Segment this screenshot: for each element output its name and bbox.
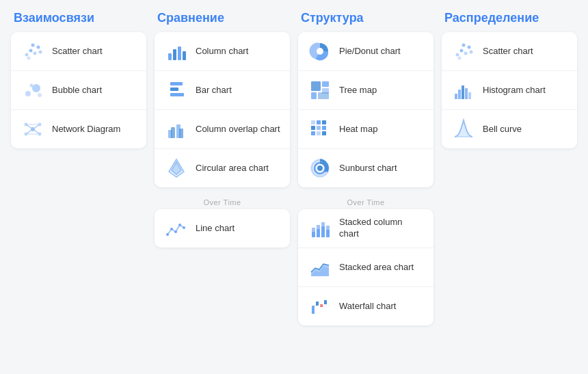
chart-item-sunburst[interactable]: Sunburst chart: [298, 149, 433, 187]
chart-label-bellcurve: Bell curve: [483, 124, 522, 135]
svg-rect-28: [170, 93, 184, 96]
chart-label-bar: Bar chart: [196, 85, 232, 96]
chart-icon-heatmap: [308, 117, 332, 142]
svg-point-9: [38, 93, 42, 97]
chart-item-circulararea[interactable]: Circular area chart: [155, 149, 290, 187]
svg-rect-62: [317, 225, 320, 229]
svg-rect-49: [322, 120, 326, 124]
chart-item-stackedarea[interactable]: Stacked area chart: [298, 248, 433, 287]
svg-rect-55: [322, 131, 326, 135]
chart-icon-treemap: [308, 78, 332, 103]
card-group-vzaimosvyazi-0: Scatter chart Bubble chart Network Diagr…: [11, 32, 146, 148]
column-struktura: Структура Pie/Donut chart Tree map: [298, 11, 433, 331]
chart-item-treemap[interactable]: Tree map: [298, 71, 433, 110]
svg-rect-32: [179, 129, 183, 138]
svg-rect-84: [465, 88, 468, 99]
card-group-sravnenie-1: Line chart: [155, 209, 290, 248]
svg-rect-53: [311, 131, 315, 135]
card-group-struktura-0: Pie/Donut chart Tree map Heat map: [298, 32, 433, 187]
column-header-raspredelenie: Распределение: [442, 11, 577, 25]
svg-rect-72: [324, 300, 327, 304]
chart-label-histogram: Histogram chart: [483, 85, 546, 96]
svg-line-18: [26, 129, 33, 134]
section-label-sravnenie-1: Over Time: [155, 193, 290, 209]
chart-item-line[interactable]: Line chart: [155, 209, 290, 248]
svg-rect-59: [312, 232, 315, 237]
card-group-sravnenie-0: Column chart Bar chart Column overlap ch…: [155, 32, 290, 187]
svg-rect-23: [173, 49, 176, 60]
svg-point-7: [25, 91, 31, 96]
chart-icon-scatter: [21, 39, 45, 64]
svg-rect-48: [317, 120, 321, 124]
chart-item-bar[interactable]: Bar chart: [155, 71, 290, 110]
svg-rect-69: [312, 306, 315, 314]
chart-label-treemap: Tree map: [339, 85, 377, 96]
svg-rect-63: [321, 226, 325, 237]
chart-item-pie[interactable]: Pie/Donut chart: [298, 32, 433, 71]
column-header-struktura: Структура: [298, 11, 433, 25]
chart-icon-line: [164, 216, 189, 241]
chart-icon-waterfall: [308, 294, 332, 319]
chart-icon-scatter: [451, 39, 476, 64]
svg-rect-60: [312, 228, 315, 232]
svg-point-4: [27, 57, 31, 60]
chart-item-heatmap[interactable]: Heat map: [298, 110, 433, 149]
svg-point-39: [183, 226, 185, 229]
svg-rect-85: [468, 92, 471, 99]
chart-item-scatter1[interactable]: Scatter chart: [11, 32, 146, 71]
section-label-struktura-1: Over Time: [298, 193, 433, 209]
chart-item-scatter2[interactable]: Scatter chart: [442, 32, 577, 71]
chart-label-circulararea: Circular area chart: [196, 163, 269, 174]
svg-rect-45: [311, 92, 317, 99]
chart-icon-sunburst: [308, 156, 332, 181]
chart-icon-histogram: [451, 78, 476, 103]
chart-selector: Взаимосвязи Scatter chart Bubble chart: [11, 11, 577, 331]
svg-rect-30: [171, 127, 175, 138]
svg-point-2: [34, 52, 37, 55]
svg-rect-70: [316, 302, 319, 306]
chart-item-bellcurve[interactable]: Bell curve: [442, 110, 577, 148]
chart-label-column: Column chart: [196, 46, 248, 57]
card-group-raspredelenie-0: Scatter chart Histogram chart Bell curve: [442, 32, 577, 148]
svg-rect-51: [317, 126, 321, 130]
svg-line-17: [33, 124, 40, 129]
chart-item-histogram[interactable]: Histogram chart: [442, 71, 577, 110]
svg-line-19: [33, 129, 40, 134]
column-raspredelenie: Распределение Scatter chart Histogram ch…: [442, 11, 577, 154]
chart-item-bubble[interactable]: Bubble chart: [11, 71, 146, 110]
chart-icon-stackedarea: [308, 255, 332, 280]
svg-point-36: [170, 228, 173, 230]
chart-item-column[interactable]: Column chart: [155, 32, 290, 71]
svg-rect-52: [322, 126, 326, 130]
svg-rect-66: [326, 226, 330, 230]
chart-item-stackedcolumn[interactable]: Stacked column chart: [298, 209, 433, 248]
svg-rect-46: [318, 92, 329, 99]
svg-line-16: [26, 124, 33, 129]
column-sravnenie: Сравнение Column chart Bar chart Column …: [155, 11, 290, 253]
chart-label-bubble: Bubble chart: [52, 85, 102, 96]
svg-point-37: [174, 230, 177, 233]
svg-rect-25: [183, 51, 186, 60]
svg-point-58: [317, 165, 323, 171]
chart-item-waterfall[interactable]: Waterfall chart: [298, 287, 433, 325]
svg-point-78: [458, 57, 462, 60]
svg-rect-47: [311, 120, 315, 124]
chart-label-scatter2: Scatter chart: [483, 46, 533, 57]
chart-icon-circulararea: [164, 156, 189, 181]
chart-icon-columnoverlap: [164, 117, 189, 142]
svg-point-76: [464, 52, 468, 55]
svg-rect-42: [311, 81, 321, 91]
chart-icon-network: [21, 117, 45, 142]
chart-item-columnoverlap[interactable]: Column overlap chart: [155, 110, 290, 149]
svg-point-35: [166, 233, 169, 236]
svg-rect-43: [322, 81, 329, 87]
chart-icon-stackedcolumn: [308, 216, 332, 241]
svg-point-5: [39, 51, 42, 54]
chart-icon-bar: [164, 78, 189, 103]
svg-point-74: [456, 53, 459, 57]
chart-item-network[interactable]: Network Diagram: [11, 110, 146, 148]
svg-rect-64: [321, 222, 325, 226]
svg-rect-65: [326, 230, 330, 237]
svg-point-0: [25, 53, 29, 57]
chart-icon-pie: [308, 39, 332, 64]
